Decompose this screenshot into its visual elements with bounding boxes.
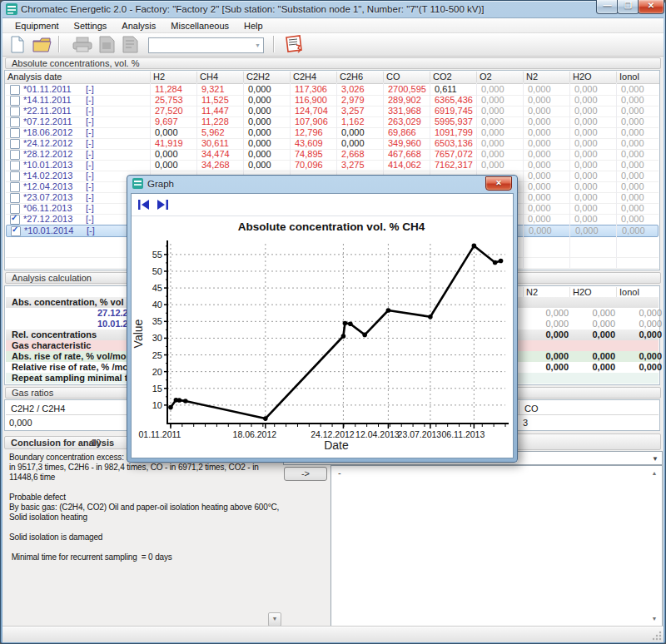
menu-item-equipment[interactable]: Equipment <box>7 19 67 32</box>
row-checkbox[interactable]: ✓ <box>10 215 20 225</box>
value-cell: 0,000 <box>571 127 621 138</box>
table-row[interactable]: *01.11.2011[-]11,2849,3210,000117,3063,0… <box>6 84 659 96</box>
svg-text:06.11.2013: 06.11.2013 <box>441 429 485 439</box>
value-cell: 34,474 <box>198 149 248 160</box>
column-header-o2[interactable]: O2 <box>476 72 524 82</box>
export-icon[interactable] <box>121 36 141 53</box>
row-flag-label: [-] <box>86 106 94 116</box>
menu-item-help[interactable]: Help <box>236 19 271 32</box>
first-point-button[interactable] <box>137 198 152 211</box>
chevron-down-icon: ▼ <box>652 616 658 622</box>
analysis-value-cell: 0,000 <box>572 319 615 329</box>
new-document-icon[interactable] <box>9 36 29 53</box>
menu-item-analysis[interactable]: Analysis <box>114 19 163 32</box>
table-row[interactable]: *10.01.2013[-]0,00034,2680,00070,0963,27… <box>6 160 659 171</box>
open-folder-icon[interactable] <box>32 36 52 53</box>
value-cell: 6365,436 <box>431 95 481 106</box>
menu-item-miscellaneous[interactable]: Miscellaneous <box>163 19 236 32</box>
title-bar[interactable]: Chromatec Energetic 2.0 - Factory: "Fact… <box>0 0 666 18</box>
value-cell: 0,000 <box>524 149 574 160</box>
minimize-icon: — <box>604 1 612 10</box>
row-checkbox[interactable] <box>10 107 20 116</box>
column-header-analysis date[interactable]: Analysis date <box>5 72 149 82</box>
value-cell: 70,096 <box>291 160 341 171</box>
column-header-c2h6[interactable]: C2H6 <box>336 72 385 82</box>
row-checkbox[interactable] <box>10 193 20 203</box>
column-header-c2h4[interactable]: C2H4 <box>290 72 338 82</box>
table-row[interactable]: *28.12.2012[-]0,00034,4740,00074,8952,66… <box>6 149 659 161</box>
analysis-value-cell: 0,000 <box>619 319 662 329</box>
conclusion-scroll-down-button[interactable]: ▼ <box>268 612 281 627</box>
column-header-co[interactable]: CO <box>383 72 431 82</box>
toolbar-separator <box>58 36 59 52</box>
value-cell: 7657,072 <box>431 149 481 160</box>
toolbar-combobox[interactable]: ▼ <box>148 37 264 53</box>
value-cell: 0,000 <box>524 95 574 106</box>
row-checkbox[interactable] <box>10 150 20 160</box>
maximize-button[interactable]: ❐ <box>617 0 639 14</box>
column-header-ionol[interactable]: Ionol <box>616 72 664 82</box>
row-checkbox[interactable] <box>10 85 20 95</box>
row-flag-label: [-] <box>86 181 94 191</box>
row-flag-label: [-] <box>87 225 95 235</box>
value-cell: 0,000 <box>478 160 528 171</box>
column-header-c2h2[interactable]: C2H2 <box>243 72 291 82</box>
table-row[interactable]: *22.11.2011[-]27,52011,4470,000124,7043,… <box>6 106 659 117</box>
value-cell: 0,000 <box>245 127 295 138</box>
print-icon[interactable] <box>72 36 92 53</box>
analysis-notes-icon[interactable] <box>283 35 303 52</box>
column-header-n2[interactable]: N2 <box>523 72 571 82</box>
row-checkbox[interactable] <box>10 117 20 127</box>
textarea-scroll-down-button[interactable]: ▼ <box>649 613 660 626</box>
column-header-co2[interactable]: CO2 <box>430 72 478 82</box>
menu-item-settings[interactable]: Settings <box>67 19 115 32</box>
row-checkbox[interactable]: ✓ <box>11 226 21 236</box>
row-checkbox[interactable] <box>10 171 20 181</box>
value-cell: 41,919 <box>152 138 201 149</box>
column-separator <box>523 83 524 269</box>
value-cell: 12,796 <box>291 127 341 138</box>
value-cell: 0,000 <box>571 192 621 203</box>
analysis-value-cell: 0,000 <box>525 351 569 362</box>
close-button[interactable]: ✕ <box>638 0 664 14</box>
last-point-button[interactable] <box>155 198 170 211</box>
svg-text:12.04.2013: 12.04.2013 <box>355 429 400 439</box>
close-icon: ✕ <box>495 179 502 187</box>
row-flag-label: [-] <box>86 138 94 148</box>
column-header-h2o[interactable]: H2O <box>569 72 618 82</box>
resize-grip[interactable] <box>652 631 662 641</box>
report-icon[interactable] <box>97 36 117 53</box>
value-cell: 11,228 <box>198 116 248 127</box>
graph-dialog-titlebar[interactable]: Graph ✕ <box>127 176 517 193</box>
row-checkbox[interactable] <box>10 161 20 171</box>
table-row[interactable]: *07.12.2011[-]9,69711,2280,000107,9061,1… <box>6 116 659 128</box>
graph-dialog[interactable]: Graph ✕ Absolute concentration vol. % CH… <box>127 175 518 463</box>
textarea-scroll-up-button[interactable]: ▲ <box>649 468 660 480</box>
value-cell: 0,000 <box>524 171 574 181</box>
row-checkbox[interactable] <box>10 182 20 192</box>
row-checkbox[interactable] <box>10 128 20 138</box>
analysis-value-cell: 0,000 <box>572 362 615 373</box>
minimize-button[interactable]: — <box>596 0 619 14</box>
row-checkbox[interactable] <box>10 139 20 149</box>
table-row[interactable]: *14.11.2011[-]25,75311,5250,000116,9002,… <box>6 95 659 107</box>
table-row[interactable]: *24.12.2012[-]41,91930,6110,00043,6090,0… <box>6 138 659 150</box>
row-checkbox[interactable] <box>10 96 20 106</box>
analysis-value-cell: 0,000 <box>572 329 615 340</box>
graph-dialog-close-button[interactable]: ✕ <box>485 176 512 191</box>
transfer-button[interactable]: -> <box>284 467 327 481</box>
analysis-value-cell: 0,000 <box>525 329 569 340</box>
svg-text:Absolute concentration vol. %: Absolute concentration vol. % CH4 <box>238 220 425 233</box>
value-cell: 349,960 <box>385 138 435 149</box>
value-cell: 289,902 <box>385 95 435 106</box>
value-cell: 0,000 <box>152 149 201 160</box>
analysis-row-label: Gas characteristic <box>12 340 91 351</box>
value-cell: 0,000 <box>245 95 295 106</box>
table-row[interactable]: *18.06.2012[-]0,0005,9620,00012,7960,000… <box>6 127 659 139</box>
value-cell: 11,447 <box>198 106 248 116</box>
comment-textarea[interactable]: - ▲ ▼ <box>331 465 663 628</box>
gas-ratio-2-header-fragment: CO <box>524 404 539 414</box>
column-header-ch4[interactable]: CH4 <box>196 72 245 82</box>
column-header-h2[interactable]: H2 <box>150 72 198 82</box>
app-icon <box>6 3 17 17</box>
